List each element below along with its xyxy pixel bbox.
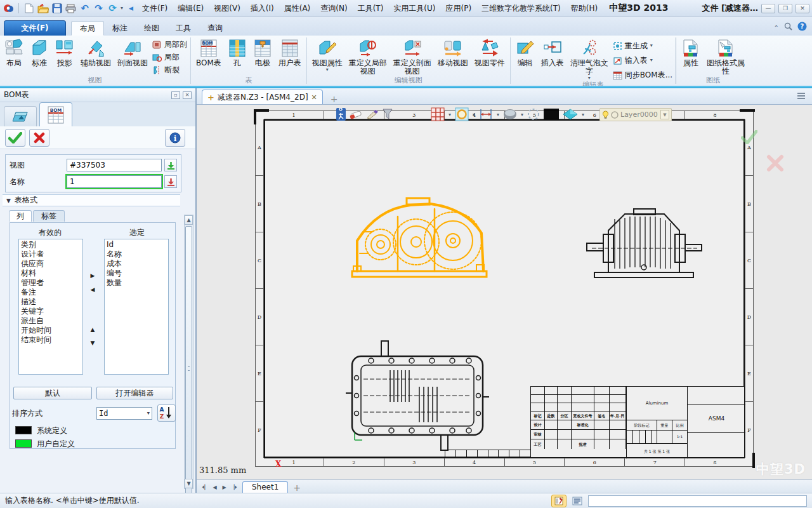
list-row[interactable]: 设计者 xyxy=(21,250,82,259)
tab-close-icon[interactable]: ✕ xyxy=(311,93,317,102)
move-right-icon[interactable]: ▶ xyxy=(88,272,97,279)
ribbon-file-tab[interactable]: 文件(F) xyxy=(4,20,66,36)
section-collapse-icon[interactable]: ▼ xyxy=(6,197,11,204)
list-row[interactable]: 派生自 xyxy=(21,316,82,326)
list-row[interactable]: 描述 xyxy=(21,297,82,307)
menu-item[interactable]: 实用工具(U) xyxy=(388,2,440,15)
move-up-icon[interactable]: ▲ xyxy=(88,326,97,333)
insert-table-button[interactable]: 插入表 xyxy=(538,37,567,67)
dropdown-caret-icon[interactable]: ▾ xyxy=(473,112,475,117)
panel-close-icon[interactable]: ✕ xyxy=(183,91,192,99)
regenerate-table-button[interactable]: 重生成 ▾ xyxy=(613,41,672,51)
layer-combobox[interactable]: Layer0000 ▼ xyxy=(599,108,672,121)
menu-item[interactable]: 查询(N) xyxy=(315,2,352,15)
name-picker-icon[interactable] xyxy=(164,175,177,188)
dimension-icon[interactable] xyxy=(479,108,493,123)
regen-caret-icon[interactable]: ▾ xyxy=(121,6,123,11)
selected-list[interactable]: Id名称成本编号数量 xyxy=(104,239,169,375)
save-icon[interactable] xyxy=(51,3,63,15)
drawing-canvas[interactable]: 12345678 12345678 ABCDEF ABCDEF xyxy=(197,105,812,479)
document-tab[interactable]: + 减速器N.Z3 - [ASM4_2D] ✕ xyxy=(202,90,323,104)
grid-snap-icon[interactable] xyxy=(431,107,445,123)
move-down-icon[interactable]: ▼ xyxy=(88,340,97,346)
bom-table-button[interactable]: BOM BOM表 xyxy=(193,37,225,67)
close-button[interactable]: ✕ xyxy=(796,4,809,13)
user-table-button[interactable]: 用户表 xyxy=(275,37,304,67)
status-input[interactable] xyxy=(588,495,807,507)
menu-item[interactable]: 插入(I) xyxy=(246,2,279,15)
output-list-button[interactable] xyxy=(570,495,584,507)
display-mode-icon[interactable] xyxy=(503,109,517,122)
tab-labels[interactable]: 标签 xyxy=(33,210,65,222)
local-view-button[interactable]: 局部 xyxy=(152,52,187,62)
ribbon-tab-annotate[interactable]: 标注 xyxy=(104,21,136,36)
view-field-input[interactable] xyxy=(67,159,162,171)
menu-item[interactable]: 视图(V) xyxy=(209,2,246,15)
dropdown-caret-icon[interactable]: ▾ xyxy=(326,67,329,72)
brush-icon[interactable] xyxy=(366,109,379,121)
list-row[interactable]: 数量 xyxy=(107,278,168,288)
list-row[interactable]: 名称 xyxy=(107,250,168,259)
cancel-button[interactable] xyxy=(29,129,49,147)
open-file-icon[interactable] xyxy=(37,3,49,15)
sort-combobox[interactable]: Id ▼ xyxy=(96,407,152,420)
sheet-attributes-button[interactable]: 属性 xyxy=(678,37,704,67)
projection-button[interactable]: 投影 xyxy=(52,37,77,67)
dropdown-caret-icon[interactable]: ▾ xyxy=(497,112,499,117)
toolbox-toggle-button[interactable] xyxy=(551,495,566,507)
chevron-down-icon[interactable]: ▼ xyxy=(660,110,669,119)
shade-mode-icon[interactable] xyxy=(563,109,578,122)
escape-icon[interactable] xyxy=(336,108,346,123)
list-row[interactable]: 关键字 xyxy=(21,307,82,316)
section-view-button[interactable]: 剖面视图 xyxy=(114,37,151,67)
eraser-icon[interactable] xyxy=(350,109,362,121)
panel-restore-icon[interactable]: ▫ xyxy=(171,91,180,99)
menu-item[interactable]: 应用(P) xyxy=(441,2,477,15)
menu-item[interactable]: 编辑(E) xyxy=(173,2,209,15)
table-format-section-header[interactable]: ▼ 表格式 xyxy=(3,194,180,206)
standard-view-button[interactable]: 标准 xyxy=(27,37,52,67)
list-row[interactable]: 管理者 xyxy=(21,278,82,288)
auxiliary-view-button[interactable]: 辅助视图 xyxy=(77,37,114,67)
view-attributes-button[interactable]: 视图属性 ▾ xyxy=(309,37,346,72)
list-row[interactable]: 编号 xyxy=(107,269,168,278)
menu-item[interactable]: 工具(T) xyxy=(353,2,389,15)
scroll-down-icon[interactable]: ▼ xyxy=(185,479,193,488)
dashed-circle-icon[interactable] xyxy=(527,108,540,123)
open-editor-button[interactable]: 打开编辑器 xyxy=(96,387,173,399)
tab-bom-table[interactable]: BOM xyxy=(39,102,72,126)
list-row[interactable]: 备注 xyxy=(21,288,82,297)
prev-sheet-icon[interactable]: ◀ xyxy=(210,483,219,493)
new-file-icon[interactable] xyxy=(23,3,35,15)
move-view-button[interactable]: 移动视图 xyxy=(435,37,471,67)
ribbon-tab-draw[interactable]: 绘图 xyxy=(136,21,167,36)
list-row[interactable]: 材料 xyxy=(21,269,82,278)
menu-item[interactable]: 属性(A) xyxy=(279,2,316,15)
restore-button[interactable]: ❐ xyxy=(778,4,792,13)
dropdown-caret-icon[interactable]: ▾ xyxy=(650,58,653,63)
list-row[interactable]: 类别 xyxy=(21,240,82,250)
regen-icon[interactable]: ⟳ xyxy=(107,3,119,15)
list-row[interactable]: 开始时间 xyxy=(21,326,82,335)
dropdown-caret-icon[interactable]: ▾ xyxy=(521,112,523,117)
scroll-up-icon[interactable]: ▲ xyxy=(185,215,193,225)
panel-scrollbar[interactable]: ▲ ▼ xyxy=(184,215,193,489)
name-field-input[interactable] xyxy=(67,175,162,188)
next-sheet-icon[interactable]: ▶ xyxy=(219,483,229,493)
list-row[interactable]: 成本 xyxy=(107,259,168,269)
print-icon[interactable] xyxy=(65,3,77,15)
tab-view-picture[interactable] xyxy=(4,106,37,126)
floating-cancel-icon[interactable] xyxy=(766,154,784,174)
tab-columns[interactable]: 列 xyxy=(9,210,32,222)
edit-button[interactable]: 编辑 xyxy=(513,37,538,67)
help-icon[interactable]: ? xyxy=(797,22,807,33)
new-tab-button[interactable]: + xyxy=(331,94,338,104)
dropdown-caret-icon[interactable]: ▾ xyxy=(588,76,591,81)
collapse-ribbon-icon[interactable]: ⌃ xyxy=(774,24,779,31)
dropdown-caret-icon[interactable]: ▾ xyxy=(650,43,653,48)
collapse-qat-icon[interactable]: ◀ xyxy=(125,3,137,15)
add-sheet-button[interactable]: + xyxy=(293,483,301,493)
default-button[interactable]: 默认 xyxy=(13,387,92,399)
info-button[interactable]: i xyxy=(165,129,185,147)
floating-ok-icon[interactable] xyxy=(741,130,757,146)
